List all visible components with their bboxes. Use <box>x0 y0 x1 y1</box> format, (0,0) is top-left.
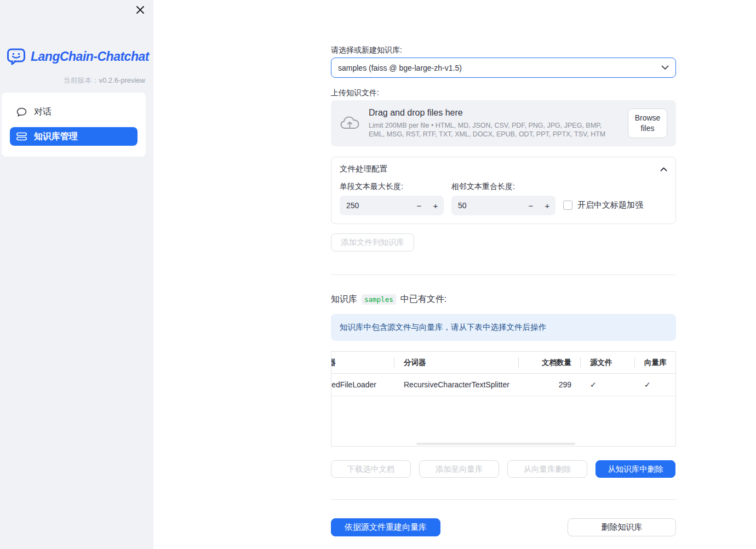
version-text: 当前版本：v0.2.6-preview <box>63 76 145 85</box>
chat-bubble-icon <box>16 107 27 117</box>
delete-from-vectorstore-button[interactable]: 从向量库删除 <box>507 460 587 478</box>
column-header-loader[interactable]: 文档加载器 <box>331 352 394 373</box>
overlap-minus-button[interactable]: − <box>523 201 539 210</box>
chevron-up-icon <box>660 167 667 171</box>
sidebar-close-icon[interactable] <box>135 4 146 15</box>
kb-heading-prefix: 知识库 <box>331 294 357 305</box>
kb-stack-icon <box>16 132 27 141</box>
chunk-size-plus-button[interactable]: + <box>427 201 444 210</box>
info-banner: 知识库中包含源文件与向量库，请从下表中选择文件后操作 <box>331 314 676 341</box>
add-files-to-kb-button[interactable]: 添加文件到知识库 <box>331 233 414 251</box>
kb-select-value: samples (faiss @ bge-large-zh-v1.5) <box>338 64 661 72</box>
kb-files-heading: 知识库 samples 中已有文件: <box>331 294 676 305</box>
logo-chat-icon <box>7 48 26 65</box>
sidebar-menu: 对话 知识库管理 <box>2 93 146 157</box>
table-horizontal-scrollbar[interactable] <box>416 443 575 445</box>
kb-select[interactable]: samples (faiss @ bge-large-zh-v1.5) <box>331 58 676 78</box>
file-config-expander: 文件处理配置 单段文本最大长度: 250 − + 相邻文本重合长度: <box>331 157 676 224</box>
overlap-value: 50 <box>451 201 523 210</box>
sidebar-item-chat[interactable]: 对话 <box>10 102 138 121</box>
download-selected-button[interactable]: 下载选中文档 <box>331 460 411 478</box>
cell-splitter: RecursiveCharacterTextSplitter <box>394 374 518 396</box>
table-row[interactable]: UnstructuredFileLoader RecursiveCharacte… <box>331 374 675 396</box>
divider <box>331 274 676 275</box>
dropzone-title: Drag and drop files here <box>369 108 619 118</box>
chunk-size-input[interactable]: 250 − + <box>340 196 444 215</box>
chevron-down-icon <box>661 65 669 70</box>
overlap-plus-button[interactable]: + <box>539 201 555 210</box>
sidebar-item-label: 对话 <box>34 106 51 118</box>
column-header-vector-store[interactable]: 向量库 <box>634 352 675 373</box>
divider <box>331 499 676 500</box>
app-logo: LangChain-Chatchat <box>7 48 149 65</box>
info-banner-text: 知识库中包含源文件与向量库，请从下表中选择文件后操作 <box>340 322 546 333</box>
kb-select-label: 请选择或新建知识库: <box>331 45 676 55</box>
checkbox-box[interactable] <box>563 201 572 210</box>
cell-loader: UnstructuredFileLoader <box>331 374 394 396</box>
version-value: v0.2.6-preview <box>99 76 145 84</box>
column-header-source-file[interactable]: 源文件 <box>580 352 634 373</box>
browse-files-button[interactable]: Browse files <box>628 108 667 138</box>
upload-label: 上传知识文件: <box>331 88 676 98</box>
chunk-size-value: 250 <box>340 201 411 210</box>
checkbox-label: 开启中文标题加强 <box>577 200 643 210</box>
chunk-size-label: 单段文本最大长度: <box>340 182 444 191</box>
cell-source-file-check: ✓ <box>580 374 634 396</box>
file-actions-row: 下载选中文档 添加至向量库 从向量库删除 从知识库中删除 <box>331 460 676 478</box>
cell-vector-store-check: ✓ <box>634 374 675 396</box>
kb-bottom-actions: 依据源文件重建向量库 删除知识库 <box>331 518 676 536</box>
expander-header[interactable]: 文件处理配置 <box>340 164 667 174</box>
kb-name-code: samples <box>362 294 396 305</box>
add-to-vectorstore-button[interactable]: 添加至向量库 <box>419 460 499 478</box>
expander-title: 文件处理配置 <box>340 164 387 174</box>
cell-doc-count: 299 <box>518 374 580 396</box>
delete-from-kb-button[interactable]: 从知识库中删除 <box>595 460 675 478</box>
cloud-upload-icon <box>340 115 360 131</box>
chunk-size-minus-button[interactable]: − <box>411 201 427 210</box>
kb-heading-suffix: 中已有文件: <box>400 294 446 305</box>
column-header-doc-count[interactable]: 文档数量 <box>518 352 580 373</box>
zh-title-enhance-checkbox[interactable]: 开启中文标题加强 <box>563 200 667 210</box>
delete-kb-button[interactable]: 删除知识库 <box>568 518 676 536</box>
sidebar-item-label: 知识库管理 <box>34 131 78 142</box>
app-title: LangChain-Chatchat <box>31 49 149 64</box>
overlap-label: 相邻文本重合长度: <box>451 182 555 191</box>
file-dropzone[interactable]: Drag and drop files here Limit 200MB per… <box>331 100 676 146</box>
main-area: 请选择或新建知识库: samples (faiss @ bge-large-zh… <box>153 0 756 549</box>
sidebar-item-kb-management[interactable]: 知识库管理 <box>10 127 138 146</box>
kb-files-table: 文档加载器 分词器 文档数量 源文件 向量库 UnstructuredFileL… <box>331 351 676 447</box>
column-header-splitter[interactable]: 分词器 <box>394 352 518 373</box>
rebuild-vectorstore-button[interactable]: 依据源文件重建向量库 <box>331 518 440 536</box>
overlap-input[interactable]: 50 − + <box>451 196 555 215</box>
sidebar: LangChain-Chatchat 当前版本：v0.2.6-preview 对… <box>0 0 153 549</box>
table-header: 文档加载器 分词器 文档数量 源文件 向量库 <box>331 352 675 374</box>
dropzone-limit-text: Limit 200MB per file • HTML, MD, JSON, C… <box>369 121 619 139</box>
